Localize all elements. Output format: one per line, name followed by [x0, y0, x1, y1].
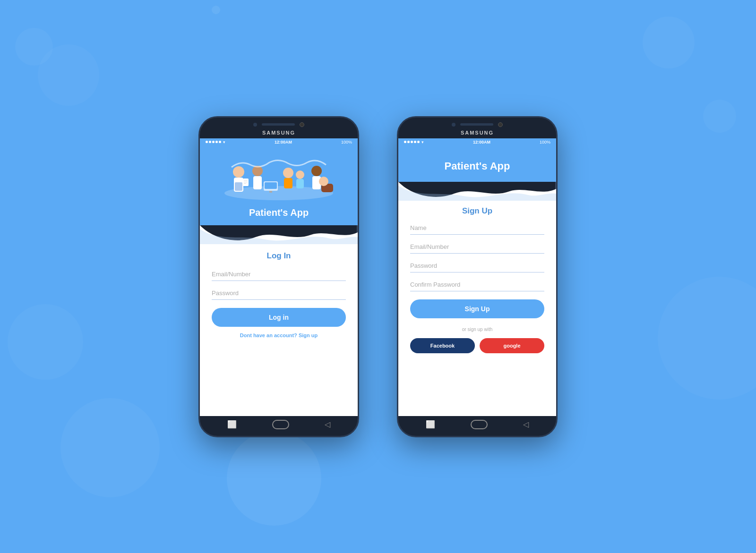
- svg-point-9: [283, 168, 293, 178]
- camera-left-login: [253, 123, 257, 127]
- doctors-illustration: [222, 158, 335, 203]
- sdot2: [407, 141, 410, 143]
- phone-top-hardware-login: SAMSUNG: [200, 118, 358, 138]
- facebook-button[interactable]: Facebook: [410, 338, 475, 353]
- phones-container: SAMSUNG ▾ 12:00AM 100%: [198, 116, 558, 437]
- signal-login: [206, 141, 221, 143]
- svg-rect-8: [269, 191, 272, 193]
- sensors-signup: [452, 122, 503, 127]
- svg-rect-3: [235, 182, 242, 191]
- bottom-nav-signup: ⬜ ◁: [398, 416, 556, 436]
- nav-back-signup[interactable]: ⬜: [426, 420, 435, 429]
- dot2: [209, 141, 211, 143]
- phone-top-hardware-signup: SAMSUNG: [398, 118, 556, 138]
- svg-point-16: [319, 177, 328, 186]
- email-field-signup[interactable]: [410, 240, 544, 254]
- svg-point-1: [233, 166, 244, 178]
- svg-rect-18: [244, 180, 248, 181]
- sdot1: [404, 141, 406, 143]
- sdot5: [417, 141, 420, 143]
- illustration-login: [222, 155, 335, 203]
- login-screen: Patient's App Log In Log in Dont have an…: [200, 146, 358, 416]
- wave-login: [200, 225, 358, 244]
- password-field-login[interactable]: [212, 287, 346, 300]
- social-buttons-row: Facebook google: [410, 338, 544, 353]
- brand-label-login: SAMSUNG: [262, 130, 295, 136]
- sensors-login: [253, 122, 304, 127]
- time-signup: 12:00AM: [473, 140, 490, 145]
- signup-screen: Patient's App Sign Up Sign Up or sign up…: [398, 146, 556, 416]
- svg-point-11: [296, 170, 304, 179]
- nav-home-signup[interactable]: [471, 420, 488, 429]
- speaker-login: [262, 123, 295, 126]
- password-field-signup[interactable]: [410, 259, 544, 272]
- bottom-nav-login: ⬜ ◁: [200, 416, 358, 436]
- dot3: [212, 141, 215, 143]
- phone-signup: SAMSUNG ▾ 12:00AM 100% Patient's App: [397, 116, 558, 437]
- signup-link-text[interactable]: Sign up: [299, 332, 318, 338]
- signup-form-title: Sign Up: [462, 206, 492, 216]
- wifi-icon-login: ▾: [223, 140, 225, 145]
- status-left-signup: ▾: [404, 140, 424, 145]
- battery-signup: 100%: [540, 140, 550, 145]
- login-top-section: Patient's App: [200, 146, 358, 225]
- time-login: 12:00AM: [275, 140, 292, 145]
- sdot4: [414, 141, 416, 143]
- camera-left-signup: [452, 123, 455, 127]
- wave-signup: [398, 182, 556, 201]
- nav-home-login[interactable]: [272, 420, 289, 429]
- signup-button[interactable]: Sign Up: [410, 299, 544, 318]
- battery-login: 100%: [341, 140, 352, 145]
- login-bottom-section: Log In Log in Dont have an account? Sign…: [200, 244, 358, 416]
- signal-signup: [404, 141, 420, 143]
- svg-rect-10: [284, 178, 292, 188]
- svg-rect-20: [244, 183, 246, 184]
- dot1: [206, 141, 208, 143]
- nav-recent-login[interactable]: ◁: [325, 420, 330, 429]
- login-app-title: Patient's App: [249, 207, 309, 218]
- dot5: [219, 141, 221, 143]
- login-button[interactable]: Log in: [212, 308, 346, 327]
- brand-label-signup: SAMSUNG: [461, 130, 494, 136]
- camera-right-signup: [498, 122, 503, 127]
- svg-point-13: [311, 166, 322, 176]
- signup-app-title: Patient's App: [445, 160, 510, 172]
- svg-rect-5: [253, 176, 262, 189]
- confirm-password-field-signup[interactable]: [410, 278, 544, 291]
- svg-rect-19: [244, 182, 248, 182]
- google-button[interactable]: google: [480, 338, 544, 353]
- nav-recent-signup[interactable]: ◁: [523, 420, 529, 429]
- svg-rect-7: [265, 182, 277, 189]
- camera-right-login: [300, 122, 304, 127]
- status-bar-login: ▾ 12:00AM 100%: [200, 138, 358, 146]
- signup-prompt: Dont have an account? Sign up: [240, 332, 318, 338]
- phone-login: SAMSUNG ▾ 12:00AM 100%: [198, 116, 359, 437]
- signup-bottom-section: Sign Up Sign Up or sign up with Facebook…: [398, 201, 556, 416]
- dot4: [215, 141, 218, 143]
- wifi-icon-signup: ▾: [421, 140, 424, 145]
- name-field-signup[interactable]: [410, 221, 544, 235]
- status-bar-signup: ▾ 12:00AM 100%: [398, 138, 556, 146]
- login-form-title: Log In: [267, 251, 291, 261]
- signup-prompt-text: Dont have an account?: [240, 332, 297, 338]
- speaker-signup: [460, 123, 493, 126]
- sdot3: [411, 141, 413, 143]
- status-left-login: ▾: [206, 140, 225, 145]
- or-text-signup: or sign up with: [462, 327, 492, 332]
- signup-top-section: Patient's App: [398, 146, 556, 182]
- email-field-login[interactable]: [212, 268, 346, 281]
- svg-rect-12: [296, 179, 304, 188]
- nav-back-login[interactable]: ⬜: [227, 420, 237, 429]
